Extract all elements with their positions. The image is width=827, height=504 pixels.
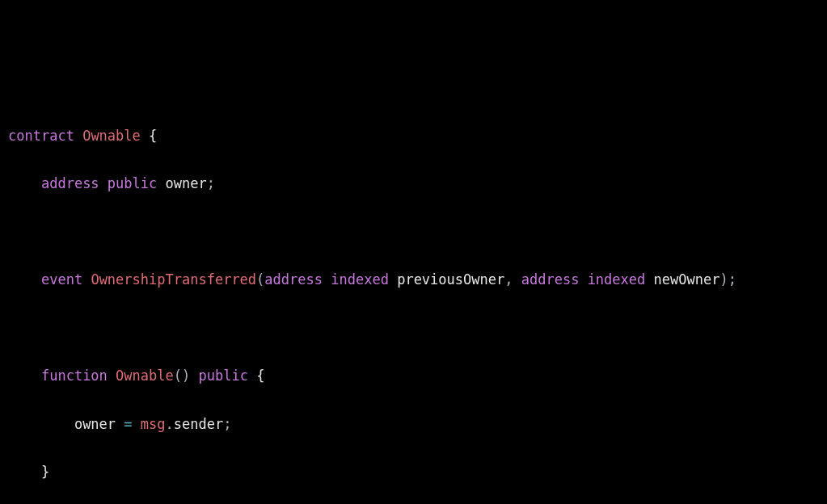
code-editor[interactable]: contract Ownable { address public owner;… bbox=[8, 100, 819, 504]
event-name: OwnershipTransferred bbox=[91, 271, 256, 288]
keyword-address: address bbox=[41, 175, 99, 191]
operator: = bbox=[124, 416, 132, 432]
keyword-event: event bbox=[41, 271, 82, 288]
code-line: owner = msg.sender; bbox=[8, 413, 819, 437]
parens: () bbox=[174, 368, 190, 384]
identifier: owner bbox=[166, 175, 207, 191]
keyword-public: public bbox=[198, 368, 247, 384]
semicolon: ; bbox=[728, 271, 736, 288]
paren: ) bbox=[719, 271, 728, 288]
code-line-blank bbox=[8, 317, 819, 341]
keyword-function: function bbox=[41, 368, 108, 384]
identifier: owner bbox=[74, 416, 116, 432]
function-name: Ownable bbox=[116, 368, 174, 384]
code-line: address public owner; bbox=[8, 172, 819, 196]
code-line: } bbox=[8, 460, 819, 485]
keyword-address: address bbox=[264, 271, 323, 288]
msg: msg bbox=[141, 416, 166, 432]
brace: { bbox=[149, 128, 157, 144]
paren: ( bbox=[256, 271, 264, 288]
comma: , bbox=[504, 271, 513, 288]
brace: } bbox=[41, 464, 49, 480]
code-line-blank bbox=[8, 220, 819, 245]
brace: { bbox=[256, 368, 264, 384]
keyword-public: public bbox=[108, 175, 157, 191]
keyword-contract: contract bbox=[8, 128, 74, 144]
param: previousOwner bbox=[397, 271, 504, 288]
semicolon: ; bbox=[207, 175, 215, 191]
type-name: Ownable bbox=[82, 128, 141, 144]
keyword-address: address bbox=[521, 271, 580, 288]
semicolon: ; bbox=[223, 416, 231, 432]
code-line: event OwnershipTransferred(address index… bbox=[8, 268, 819, 292]
keyword-indexed: indexed bbox=[331, 271, 389, 288]
param: newOwner bbox=[654, 271, 720, 288]
code-line: function Ownable() public { bbox=[8, 364, 819, 388]
code-line: contract Ownable { bbox=[8, 124, 819, 149]
dot: . bbox=[166, 416, 174, 432]
property: sender bbox=[174, 416, 223, 432]
keyword-indexed: indexed bbox=[588, 271, 646, 288]
